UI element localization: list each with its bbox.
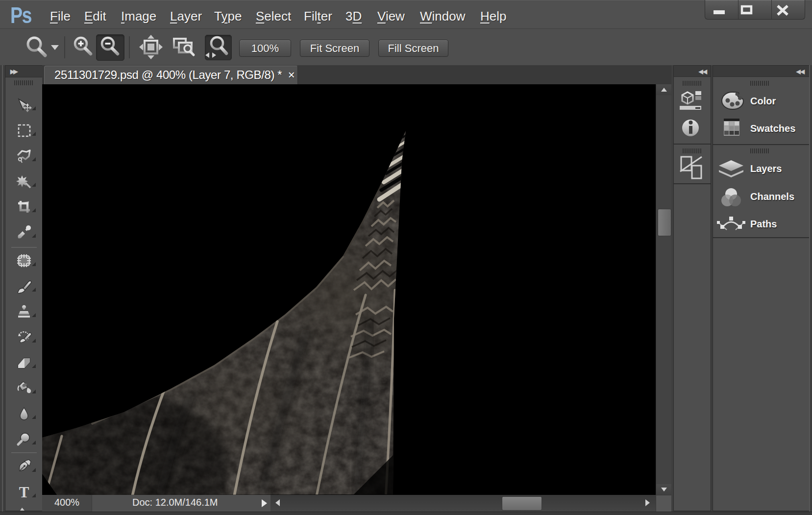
svg-text:T: T — [19, 484, 29, 501]
